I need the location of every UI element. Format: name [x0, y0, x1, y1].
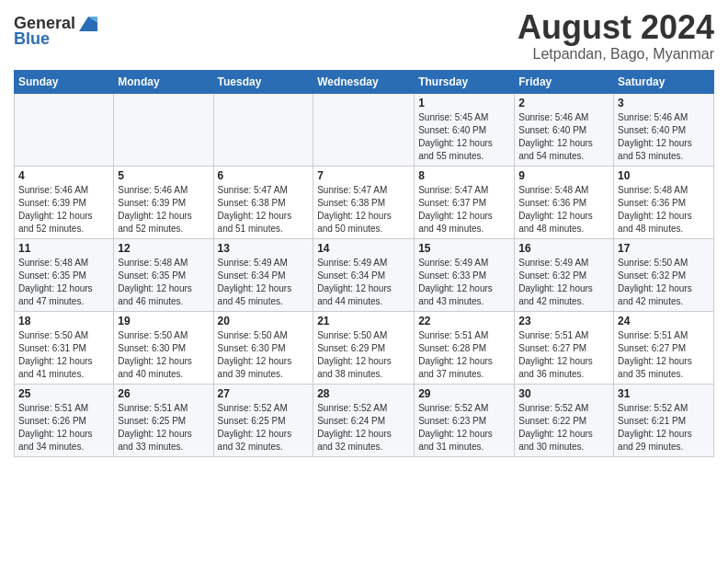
calendar-cell: 7Sunrise: 5:47 AMSunset: 6:38 PMDaylight…: [313, 166, 415, 238]
day-number: 4: [18, 169, 109, 182]
day-info: Sunrise: 5:51 AMSunset: 6:26 PMDaylight:…: [18, 402, 109, 454]
day-number: 14: [317, 242, 410, 255]
calendar-cell: 11Sunrise: 5:48 AMSunset: 6:35 PMDayligh…: [15, 238, 114, 311]
day-info: Sunrise: 5:49 AMSunset: 6:32 PMDaylight:…: [518, 257, 609, 308]
calendar-cell: 1Sunrise: 5:45 AMSunset: 6:40 PMDaylight…: [415, 93, 515, 166]
calendar-cell: 31Sunrise: 5:52 AMSunset: 6:21 PMDayligh…: [614, 384, 714, 456]
day-info: Sunrise: 5:49 AMSunset: 6:34 PMDaylight:…: [317, 257, 410, 308]
day-info: Sunrise: 5:47 AMSunset: 6:37 PMDaylight:…: [418, 184, 510, 236]
calendar-cell: 24Sunrise: 5:51 AMSunset: 6:27 PMDayligh…: [614, 311, 714, 384]
day-info: Sunrise: 5:50 AMSunset: 6:32 PMDaylight:…: [618, 257, 710, 308]
day-number: 6: [218, 169, 310, 182]
day-number: 21: [317, 315, 410, 327]
day-info: Sunrise: 5:47 AMSunset: 6:38 PMDaylight:…: [218, 184, 310, 236]
day-info: Sunrise: 5:48 AMSunset: 6:36 PMDaylight:…: [518, 184, 609, 236]
day-number: 30: [518, 387, 609, 400]
logo-icon: [79, 17, 97, 31]
day-info: Sunrise: 5:52 AMSunset: 6:21 PMDaylight:…: [618, 402, 710, 454]
day-info: Sunrise: 5:49 AMSunset: 6:33 PMDaylight:…: [418, 257, 510, 308]
calendar-cell: 10Sunrise: 5:48 AMSunset: 6:36 PMDayligh…: [614, 166, 714, 238]
day-info: Sunrise: 5:52 AMSunset: 6:22 PMDaylight:…: [518, 402, 609, 454]
day-info: Sunrise: 5:52 AMSunset: 6:23 PMDaylight:…: [418, 402, 510, 454]
day-info: Sunrise: 5:49 AMSunset: 6:34 PMDaylight:…: [218, 257, 310, 308]
calendar-week-2: 4Sunrise: 5:46 AMSunset: 6:39 PMDaylight…: [15, 166, 714, 238]
calendar-cell: 28Sunrise: 5:52 AMSunset: 6:24 PMDayligh…: [313, 384, 415, 456]
day-number: 9: [518, 169, 609, 182]
day-info: Sunrise: 5:46 AMSunset: 6:40 PMDaylight:…: [518, 111, 609, 163]
day-number: 31: [618, 387, 710, 400]
day-info: Sunrise: 5:50 AMSunset: 6:29 PMDaylight:…: [317, 329, 410, 381]
calendar-cell: 16Sunrise: 5:49 AMSunset: 6:32 PMDayligh…: [515, 238, 614, 311]
calendar-title: August 2024: [518, 9, 714, 46]
day-number: 2: [518, 97, 609, 109]
day-number: 22: [418, 315, 510, 327]
page-header: General Blue August 2024 Letpandan, Bago…: [14, 9, 714, 63]
calendar-week-3: 11Sunrise: 5:48 AMSunset: 6:35 PMDayligh…: [15, 238, 714, 311]
day-info: Sunrise: 5:50 AMSunset: 6:30 PMDaylight:…: [118, 329, 209, 381]
day-info: Sunrise: 5:48 AMSunset: 6:35 PMDaylight:…: [118, 257, 209, 308]
weekday-wednesday: Wednesday: [313, 70, 415, 93]
calendar-cell: 17Sunrise: 5:50 AMSunset: 6:32 PMDayligh…: [614, 238, 714, 311]
weekday-sunday: Sunday: [15, 70, 114, 93]
calendar-cell: 19Sunrise: 5:50 AMSunset: 6:30 PMDayligh…: [114, 311, 213, 384]
day-info: Sunrise: 5:51 AMSunset: 6:27 PMDaylight:…: [618, 329, 710, 381]
calendar-cell: 21Sunrise: 5:50 AMSunset: 6:29 PMDayligh…: [313, 311, 415, 384]
calendar-cell: 18Sunrise: 5:50 AMSunset: 6:31 PMDayligh…: [15, 311, 114, 384]
day-info: Sunrise: 5:46 AMSunset: 6:40 PMDaylight:…: [618, 111, 710, 163]
day-number: 1: [418, 97, 510, 109]
day-number: 5: [118, 169, 209, 182]
day-number: 28: [317, 387, 410, 400]
day-number: 11: [18, 242, 109, 255]
day-info: Sunrise: 5:45 AMSunset: 6:40 PMDaylight:…: [418, 111, 510, 163]
day-info: Sunrise: 5:50 AMSunset: 6:30 PMDaylight:…: [218, 329, 310, 381]
calendar-cell: [15, 93, 114, 166]
calendar-cell: 8Sunrise: 5:47 AMSunset: 6:37 PMDaylight…: [415, 166, 515, 238]
day-info: Sunrise: 5:51 AMSunset: 6:25 PMDaylight:…: [118, 402, 209, 454]
title-block: August 2024 Letpandan, Bago, Myanmar: [518, 9, 714, 63]
weekday-tuesday: Tuesday: [213, 70, 313, 93]
calendar-cell: 6Sunrise: 5:47 AMSunset: 6:38 PMDaylight…: [213, 166, 313, 238]
calendar-cell: 5Sunrise: 5:46 AMSunset: 6:39 PMDaylight…: [114, 166, 213, 238]
weekday-header-row: SundayMondayTuesdayWednesdayThursdayFrid…: [15, 70, 714, 93]
calendar-cell: 9Sunrise: 5:48 AMSunset: 6:36 PMDaylight…: [515, 166, 614, 238]
calendar-cell: 23Sunrise: 5:51 AMSunset: 6:27 PMDayligh…: [515, 311, 614, 384]
weekday-monday: Monday: [114, 70, 213, 93]
calendar-cell: 4Sunrise: 5:46 AMSunset: 6:39 PMDaylight…: [15, 166, 114, 238]
calendar-cell: 12Sunrise: 5:48 AMSunset: 6:35 PMDayligh…: [114, 238, 213, 311]
day-info: Sunrise: 5:48 AMSunset: 6:36 PMDaylight:…: [618, 184, 710, 236]
calendar-cell: 30Sunrise: 5:52 AMSunset: 6:22 PMDayligh…: [515, 384, 614, 456]
weekday-thursday: Thursday: [415, 70, 515, 93]
calendar-cell: [213, 93, 313, 166]
calendar-table: SundayMondayTuesdayWednesdayThursdayFrid…: [14, 70, 714, 457]
calendar-cell: 15Sunrise: 5:49 AMSunset: 6:33 PMDayligh…: [415, 238, 515, 311]
day-number: 10: [618, 169, 710, 182]
day-number: 3: [618, 97, 710, 109]
day-number: 24: [618, 315, 710, 327]
day-number: 23: [518, 315, 609, 327]
calendar-cell: [313, 93, 415, 166]
weekday-friday: Friday: [515, 70, 614, 93]
day-info: Sunrise: 5:48 AMSunset: 6:35 PMDaylight:…: [18, 257, 109, 308]
logo: General Blue: [14, 9, 97, 49]
calendar-cell: 29Sunrise: 5:52 AMSunset: 6:23 PMDayligh…: [415, 384, 515, 456]
day-number: 8: [418, 169, 510, 182]
calendar-cell: 20Sunrise: 5:50 AMSunset: 6:30 PMDayligh…: [213, 311, 313, 384]
day-number: 26: [118, 387, 209, 400]
calendar-subtitle: Letpandan, Bago, Myanmar: [518, 46, 714, 63]
day-info: Sunrise: 5:47 AMSunset: 6:38 PMDaylight:…: [317, 184, 410, 236]
calendar-week-1: 1Sunrise: 5:45 AMSunset: 6:40 PMDaylight…: [15, 93, 714, 166]
day-number: 13: [218, 242, 310, 255]
day-info: Sunrise: 5:50 AMSunset: 6:31 PMDaylight:…: [18, 329, 109, 381]
day-info: Sunrise: 5:52 AMSunset: 6:25 PMDaylight:…: [218, 402, 310, 454]
calendar-cell: 27Sunrise: 5:52 AMSunset: 6:25 PMDayligh…: [213, 384, 313, 456]
calendar-cell: 13Sunrise: 5:49 AMSunset: 6:34 PMDayligh…: [213, 238, 313, 311]
day-info: Sunrise: 5:51 AMSunset: 6:28 PMDaylight:…: [418, 329, 510, 381]
day-number: 15: [418, 242, 510, 255]
day-number: 19: [118, 315, 209, 327]
calendar-cell: 26Sunrise: 5:51 AMSunset: 6:25 PMDayligh…: [114, 384, 213, 456]
day-info: Sunrise: 5:51 AMSunset: 6:27 PMDaylight:…: [518, 329, 609, 381]
logo-blue-text: Blue: [14, 29, 50, 49]
day-info: Sunrise: 5:52 AMSunset: 6:24 PMDaylight:…: [317, 402, 410, 454]
calendar-cell: 2Sunrise: 5:46 AMSunset: 6:40 PMDaylight…: [515, 93, 614, 166]
weekday-saturday: Saturday: [614, 70, 714, 93]
